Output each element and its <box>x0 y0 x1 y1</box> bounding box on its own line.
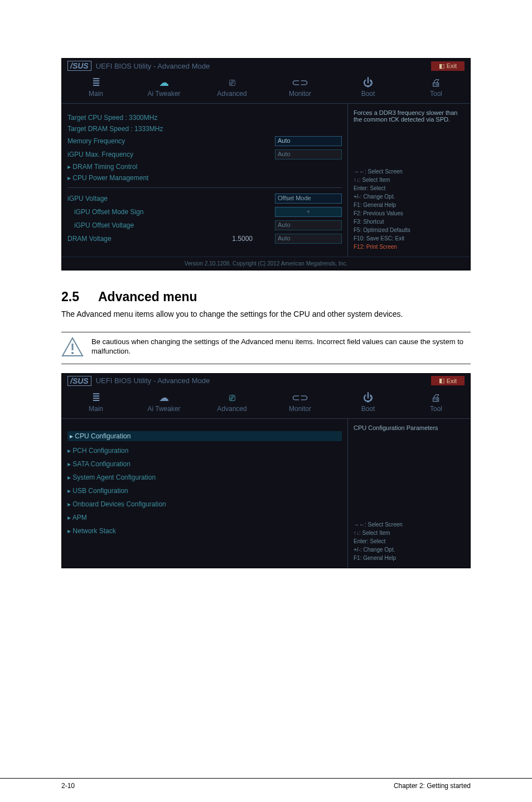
row-label: DRAM Timing Control <box>72 163 137 171</box>
tab-label: Main <box>62 405 130 413</box>
tab-label: Main <box>62 90 130 98</box>
bios-window-advanced: /SUS UEFI BIOS Utility - Advanced Mode ◧… <box>61 373 471 568</box>
menu-label: Onboard Devices Configuration <box>72 500 166 508</box>
tab-advanced[interactable]: ⎚ Advanced <box>198 388 266 418</box>
menu-sata-config[interactable]: ▸ SATA Configuration <box>67 460 342 468</box>
tab-label: Monitor <box>266 90 334 98</box>
asus-logo: /SUS <box>67 376 91 386</box>
help-line: Enter: Select <box>354 184 465 192</box>
list-icon: ≣ <box>62 392 130 404</box>
row-value-box[interactable]: Auto <box>275 136 342 146</box>
exit-label: Exit <box>447 378 457 384</box>
menu-cpu-config[interactable]: ▸ CPU Configuration <box>67 431 342 441</box>
menu-label: CPU Configuration <box>75 432 130 440</box>
tab-tool[interactable]: 🖨 Tool <box>402 388 470 418</box>
tab-ai-tweaker[interactable]: ☁ Ai Tweaker <box>130 73 198 103</box>
row-igpu-max[interactable]: iGPU Max. Frequency Auto <box>67 149 342 160</box>
tab-label: Tool <box>402 90 470 98</box>
menu-apm[interactable]: ▸ APM <box>67 514 342 521</box>
menu-label: PCH Configuration <box>72 447 128 455</box>
tab-ai-tweaker[interactable]: ☁ Ai Tweaker <box>130 388 198 418</box>
tool-icon: 🖨 <box>402 392 470 404</box>
caution-text: Be cautious when changing the settings o… <box>91 337 471 356</box>
row-igpu-offset-voltage[interactable]: iGPU Offset Voltage Auto <box>67 220 342 230</box>
monitor-icon: ⊂⊃ <box>266 76 334 89</box>
tab-label: Boot <box>334 90 402 98</box>
row-target-dram: Target DRAM Speed : 1333MHz <box>67 125 342 133</box>
help-line: F12: Print Screen <box>354 243 465 251</box>
tool-icon: 🖨 <box>402 76 470 89</box>
asus-logo: /SUS <box>67 61 91 71</box>
help-line: F1: General Help <box>354 554 465 562</box>
help-line: +/-: Change Opt. <box>354 545 465 554</box>
help-keys: →←: Select Screen ↑↓: Select Item Enter:… <box>354 520 465 562</box>
tab-label: Monitor <box>266 405 334 413</box>
row-dram-timing[interactable]: ▸ DRAM Timing Control <box>67 163 342 171</box>
section-number: 2.5 <box>61 289 79 305</box>
menu-pch-config[interactable]: ▸ PCH Configuration <box>67 447 342 455</box>
section-title: Advanced menu <box>98 289 197 305</box>
row-memory-freq[interactable]: Memory Frequency Auto <box>67 136 342 146</box>
chip-icon: ⎚ <box>198 392 266 404</box>
list-icon: ≣ <box>62 76 130 89</box>
exit-button[interactable]: ◧ Exit <box>431 376 465 385</box>
row-value-box[interactable]: + <box>275 207 342 217</box>
menu-label: APM <box>72 514 87 521</box>
help-line: Enter: Select <box>354 537 465 545</box>
tab-monitor[interactable]: ⊂⊃ Monitor <box>266 388 334 418</box>
tab-main[interactable]: ≣ Main <box>62 73 130 103</box>
row-igpu-voltage[interactable]: iGPU Voltage Offset Mode <box>67 194 342 204</box>
row-igpu-offset-sign[interactable]: iGPU Offset Mode Sign + <box>67 207 342 217</box>
tab-label: Ai Tweaker <box>130 405 198 413</box>
row-value-box[interactable]: Offset Mode <box>275 194 342 204</box>
row-label: DRAM Voltage <box>67 235 112 243</box>
bios-header: /SUS UEFI BIOS Utility - Advanced Mode ◧… <box>62 374 470 388</box>
help-keys: →←: Select Screen ↑↓: Select Item Enter:… <box>354 167 465 251</box>
power-icon: ⏻ <box>334 392 402 404</box>
row-target-cpu: Target CPU Speed : 3300MHz <box>67 114 342 122</box>
bios-footer: Version 2.10.1208. Copyright (C) 2012 Am… <box>62 257 470 270</box>
tab-main[interactable]: ≣ Main <box>62 388 130 418</box>
exit-button[interactable]: ◧ Exit <box>431 61 465 71</box>
page-footer: 2-10 Chapter 2: Getting started <box>0 778 532 790</box>
row-label: Target CPU Speed : <box>67 114 127 122</box>
menu-label: System Agent Configuration <box>72 474 156 481</box>
help-line: F5: Optimized Defaults <box>354 226 465 234</box>
page-number: 2-10 <box>61 782 75 790</box>
tab-boot[interactable]: ⏻ Boot <box>334 73 402 103</box>
help-line: ↑↓: Select Item <box>354 529 465 537</box>
row-value-box[interactable]: Auto <box>275 149 342 160</box>
exit-icon: ◧ <box>439 377 444 384</box>
help-info: CPU Configuration Parameters <box>354 424 465 431</box>
row-label: Memory Frequency <box>67 137 125 145</box>
help-line: ↑↓: Select Item <box>354 176 465 184</box>
tab-advanced[interactable]: ⎚ Advanced <box>198 73 266 103</box>
tab-label: Ai Tweaker <box>130 90 198 98</box>
row-label: iGPU Offset Mode Sign <box>67 208 144 216</box>
row-label: iGPU Offset Voltage <box>67 221 134 229</box>
row-cpu-power[interactable]: ▸ CPU Power Management <box>67 174 342 182</box>
tab-monitor[interactable]: ⊂⊃ Monitor <box>266 73 334 103</box>
menu-system-agent-config[interactable]: ▸ System Agent Configuration <box>67 474 342 481</box>
row-dram-voltage[interactable]: DRAM Voltage 1.5000 Auto <box>67 234 342 244</box>
bios-tabs: ≣ Main ☁ Ai Tweaker ⎚ Advanced ⊂⊃ Monito… <box>62 388 470 418</box>
row-value-box[interactable]: Auto <box>275 234 342 244</box>
power-icon: ⏻ <box>334 76 402 89</box>
menu-usb-config[interactable]: ▸ USB Configuration <box>67 487 342 495</box>
menu-onboard-devices-config[interactable]: ▸ Onboard Devices Configuration <box>67 500 342 508</box>
row-label: CPU Power Management <box>72 174 148 182</box>
row-label: iGPU Max. Frequency <box>67 151 133 158</box>
section-heading: 2.5 Advanced menu <box>61 289 471 305</box>
cloud-icon: ☁ <box>130 392 198 404</box>
bios-window-ai-tweaker: /SUS UEFI BIOS Utility - Advanced Mode ◧… <box>61 58 471 270</box>
tab-boot[interactable]: ⏻ Boot <box>334 388 402 418</box>
bios-content: ▸ CPU Configuration ▸ PCH Configuration … <box>62 418 347 568</box>
tab-tool[interactable]: 🖨 Tool <box>402 73 470 103</box>
row-value-box[interactable]: Auto <box>275 220 342 230</box>
help-line: →←: Select Screen <box>354 167 465 176</box>
cloud-icon: ☁ <box>130 76 198 89</box>
bios-header: /SUS UEFI BIOS Utility - Advanced Mode ◧… <box>62 59 470 73</box>
menu-label: SATA Configuration <box>72 460 130 468</box>
menu-network-stack[interactable]: ▸ Network Stack <box>67 527 342 535</box>
row-label: iGPU Voltage <box>67 195 108 202</box>
